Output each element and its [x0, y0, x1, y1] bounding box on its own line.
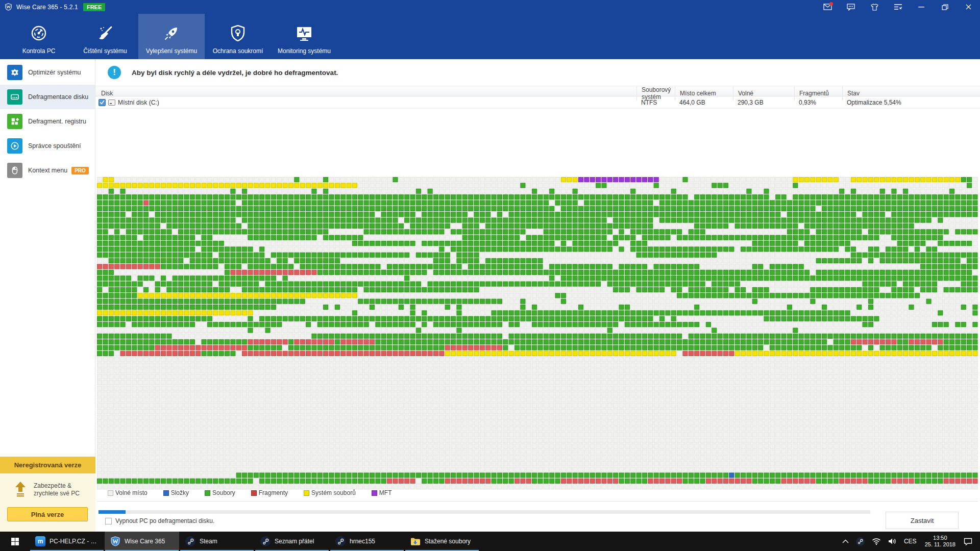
defrag-block-map	[97, 177, 978, 490]
main-nav: Kontrola PC Čištění systému Vylepšení sy…	[0, 14, 980, 59]
legend-swatch	[304, 490, 309, 496]
steam-icon	[185, 536, 195, 546]
taskbar-button-stazene-soubory[interactable]: Stažené soubory	[405, 532, 479, 551]
sidebar-item-label: Kontext menu	[28, 167, 67, 174]
disk-table: Disk Souborový systém Místo celkem Volné…	[95, 86, 980, 109]
taskbar-button-pchelp[interactable]: m PC-HELP.CZ - Ode...	[30, 532, 104, 551]
start-button[interactable]	[0, 532, 30, 551]
free-badge: FREE	[83, 3, 105, 11]
disk-filesystem: NTFS	[636, 99, 675, 106]
disk-table-header: Disk Souborový systém Místo celkem Volné…	[95, 86, 980, 96]
tray-time: 13:50	[925, 535, 955, 541]
sidebar-item-optimizer-systemu[interactable]: Optimizér systému	[0, 60, 95, 85]
shutdown-checkbox-label: Vypnout PC po defragmentaci disku.	[115, 517, 214, 524]
wise-care-window: Wise Care 365 - 5.2.1 FREE	[0, 0, 980, 532]
disk-icon	[7, 89, 22, 105]
tray-clock[interactable]: 13:50 25. 11. 2018	[920, 535, 960, 548]
footer-divider	[97, 501, 978, 502]
restore-button[interactable]	[933, 0, 957, 14]
shield-lock-icon	[230, 14, 246, 47]
minimize-button[interactable]	[910, 0, 933, 14]
legend-item-free: Volné místo	[108, 489, 148, 496]
action-center-icon[interactable]	[960, 532, 976, 551]
play-icon	[7, 138, 22, 154]
sidebar-item-defragmentace-disku[interactable]: Defragmentace disku	[0, 85, 95, 109]
titlebar: Wise Care 365 - 5.2.1 FREE	[0, 0, 980, 14]
maxthon-browser-icon: m	[35, 536, 45, 546]
wise-shield-icon	[110, 536, 120, 546]
gear-icon	[7, 65, 22, 80]
windows-taskbar: m PC-HELP.CZ - Ode... Wise Care 365 Stea…	[0, 532, 980, 551]
app-logo-icon	[5, 3, 12, 11]
main-menu-icon[interactable]	[886, 0, 910, 14]
disk-checkbox[interactable]	[99, 99, 106, 106]
upgrade-promo-text: Zabezpečte & zrychlete své PC	[34, 482, 87, 497]
tray-wifi-icon[interactable]	[868, 532, 885, 551]
sidebar-item-defragment-registru[interactable]: Defragment. registru	[0, 109, 95, 134]
registry-blocks-icon	[7, 114, 22, 129]
tab-label: Monitoring systému	[278, 47, 331, 55]
unregistered-version-banner: Neregistrovaná verze	[0, 457, 95, 473]
sidebar-item-kontext-menu[interactable]: Kontext menu PRO	[0, 158, 95, 183]
taskbar-button-seznam-pratel[interactable]: Seznam přátel	[255, 532, 329, 551]
disk-total: 464,0 GB	[675, 99, 733, 106]
taskbar-button-hrnec155[interactable]: hrnec155	[330, 532, 404, 551]
rocket-icon	[163, 14, 180, 47]
legend-item-folders: Složky	[163, 489, 189, 496]
upgrade-promo: Zabezpečte & zrychlete své PC Plná verze	[0, 473, 95, 532]
tray-chevron-up-icon[interactable]	[839, 532, 852, 551]
tab-monitoring-systemu[interactable]: Monitoring systému	[271, 14, 337, 59]
gauge-icon	[31, 14, 47, 47]
sidebar-item-label: Defragment. registru	[28, 118, 86, 125]
tab-label: Vylepšení systému	[146, 47, 197, 55]
tab-label: Ochrana soukromí	[213, 47, 263, 55]
defrag-progress-bar	[99, 510, 870, 514]
tray-date: 25. 11. 2018	[925, 541, 955, 548]
legend-item-system-files: Systém souborů	[304, 489, 356, 496]
tab-kontrola-pc[interactable]: Kontrola PC	[6, 14, 72, 59]
legend-item-mft: MFT	[372, 489, 392, 496]
content-area: ! Aby byl disk rychlý a déle vydržel, je…	[95, 59, 980, 532]
close-button[interactable]	[957, 0, 980, 14]
sidebar-item-label: Správce spouštění	[28, 142, 81, 149]
table-row[interactable]: Místní disk (C:) NTFS 464,0 GB 290,3 GB …	[95, 96, 980, 109]
tab-label: Kontrola PC	[22, 47, 56, 55]
pro-badge: PRO	[71, 167, 89, 174]
info-banner: ! Aby byl disk rychlý a déle vydržel, je…	[95, 59, 980, 86]
tab-ochrana-soukromi[interactable]: Ochrana soukromí	[205, 14, 271, 59]
monitor-pulse-icon	[296, 14, 313, 47]
steam-icon	[335, 536, 346, 546]
legend-swatch	[251, 490, 257, 496]
mail-icon[interactable]	[816, 0, 839, 14]
progress-fill	[99, 510, 126, 514]
full-version-button[interactable]: Plná verze	[7, 507, 88, 521]
tray-language[interactable]: CES	[900, 532, 920, 551]
disk-free: 290,3 GB	[733, 99, 794, 106]
legend-item-files: Soubory	[205, 489, 235, 496]
info-icon: !	[108, 66, 121, 79]
shutdown-checkbox[interactable]	[105, 518, 112, 524]
tray-steam-icon[interactable]	[852, 532, 868, 551]
theme-shirt-icon[interactable]	[863, 0, 886, 14]
shutdown-option: Vypnout PC po defragmentaci disku.	[105, 517, 214, 524]
map-legend: Volné místo Složky Soubory Fragmenty Sys…	[108, 489, 407, 496]
info-banner-text: Aby byl disk rychlý a déle vydržel, je d…	[132, 69, 338, 77]
disk-status: Optimalizace 5,54%	[842, 99, 980, 106]
steam-icon	[260, 536, 271, 546]
sidebar: Optimizér systému Defragmentace disku De…	[0, 59, 95, 532]
notification-dot	[829, 2, 833, 6]
taskbar-button-wise-care[interactable]: Wise Care 365	[105, 532, 179, 551]
taskbar-button-steam[interactable]: Steam	[180, 532, 254, 551]
sidebar-item-spravce-spousteni[interactable]: Správce spouštění	[0, 134, 95, 158]
legend-swatch	[205, 490, 210, 496]
tray-volume-icon[interactable]	[885, 532, 900, 551]
system-tray: CES 13:50 25. 11. 2018	[839, 532, 980, 551]
tab-cisteni-systemu[interactable]: Čištění systému	[72, 14, 138, 59]
feedback-chat-icon[interactable]	[839, 0, 863, 14]
sidebar-item-label: Defragmentace disku	[28, 93, 88, 101]
windows-logo-icon	[11, 538, 19, 545]
tab-vylepseni-systemu[interactable]: Vylepšení systému	[138, 14, 205, 59]
stop-button[interactable]: Zastavit	[886, 512, 959, 529]
mouse-icon	[7, 163, 22, 178]
legend-swatch	[163, 490, 169, 496]
